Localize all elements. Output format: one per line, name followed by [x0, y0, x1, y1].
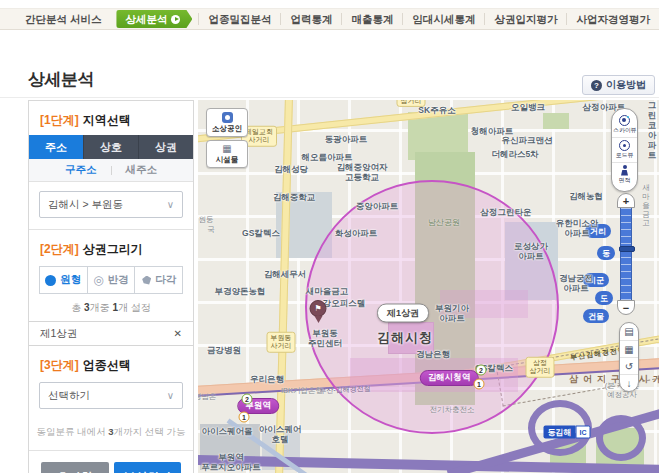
map-label: 국 [207, 226, 215, 235]
chevron-down-icon: ∨ [167, 199, 174, 210]
tool-radius-label: 반경 [108, 273, 129, 287]
area-item-label: 제1상권 [40, 327, 77, 341]
analysis-panel: [1단계]지역선택 주소 상호 상권 구주소 새주소 김해시 > 부원동 ∨ [… [28, 100, 194, 473]
chevron-down-icon: ∨ [167, 390, 174, 401]
roadview-icon [619, 140, 630, 151]
area-marker-pin[interactable]: ⚑ [310, 300, 327, 317]
map-label: 삼거리 [397, 100, 426, 107]
tool-circle[interactable]: 원형 [39, 266, 88, 294]
map-layer-chip[interactable]: 도 [595, 291, 613, 305]
measure-label: 면적 [619, 176, 631, 184]
tab-address[interactable]: 주소 [29, 135, 84, 159]
small-business-label: 소상공인 [212, 124, 242, 134]
region-select[interactable]: 김해시 > 부원동 ∨ [39, 191, 183, 218]
measure-button[interactable]: 면적 [612, 162, 637, 187]
analyze-button[interactable]: 분석하기 [114, 462, 182, 473]
page-title: 상세분석 [28, 68, 94, 91]
map-label: 김해중앙여자 고등학교 [337, 162, 388, 182]
tool-polygon[interactable]: 다각 [134, 266, 183, 294]
small-business-layer-button[interactable]: 소상공인 [206, 108, 248, 137]
map-label: 더헤라스5차 [491, 149, 538, 159]
circle-icon [45, 275, 56, 286]
flag-icon: ⚑ [314, 304, 321, 313]
subtab-new-address[interactable]: 새주소 [112, 163, 172, 177]
map-label: 원동 [199, 216, 214, 225]
skyview-icon [619, 115, 630, 126]
nav-item[interactable]: 업종밀집분석 [198, 13, 280, 25]
industry-select[interactable]: 선택하기 ∨ [39, 382, 183, 409]
tool-polygon-label: 다각 [155, 273, 176, 287]
skyview-button[interactable]: 스카이뷰 [612, 113, 637, 137]
step2-title: 상권그리기 [83, 242, 143, 256]
area-list-item: 제1상권 ✕ [29, 321, 193, 346]
active-arrow-icon [171, 15, 180, 24]
map-label: 부경양돈농협 [215, 286, 266, 296]
trade-area-circle [305, 180, 559, 434]
nav-item[interactable]: 사업자경영평가 [566, 13, 659, 25]
interchange-label: 동김해IC [544, 426, 591, 439]
map-label: 동광아파트 [325, 134, 368, 144]
map-layer-chip[interactable]: 거리 [585, 224, 611, 238]
tab-store-name[interactable]: 상호 [84, 135, 139, 159]
map-label: 해오름아파트 [302, 152, 353, 162]
nav-item[interactable]: 매출통계 [341, 13, 402, 25]
line-number-badge: 2 [242, 394, 253, 405]
remove-area-icon[interactable]: ✕ [174, 328, 182, 339]
nav-item[interactable]: 상세분석 [116, 10, 192, 28]
facility-layer-button[interactable]: ▦ 시설물 [206, 140, 248, 168]
search-type-tabs: 주소 상호 상권 [29, 135, 193, 159]
map-layer-chip[interactable]: 건물 [583, 309, 609, 323]
map-label: GS칼텍스 [242, 228, 280, 238]
subtab-old-address[interactable]: 구주소 [51, 163, 111, 177]
draw-tools: 원형 ◎ 반경 다각 [39, 266, 183, 294]
zoom-slider-handle[interactable] [619, 246, 635, 252]
map-label: 유신파크맨션 [502, 135, 553, 145]
undo-icon[interactable]: ↺ [620, 357, 638, 374]
polygon-icon [141, 276, 151, 285]
zoom-out-button[interactable]: − [617, 300, 635, 315]
area-measure-icon[interactable]: ▦ [620, 340, 638, 357]
map-label: 새마을금고 [640, 184, 653, 228]
map-left-controls: 소상공인 ▦ 시설물 [206, 108, 248, 168]
app-root: 간단분석 서비스상세분석업종밀집분석업력통계매출통계임대시세통계상권입지평가사업… [0, 0, 659, 473]
roadview-button[interactable]: 로드뷰 [612, 137, 637, 162]
facility-label: 시설물 [216, 155, 239, 165]
map-highway [198, 455, 659, 473]
question-icon: ? [591, 80, 602, 91]
step1-header: [1단계]지역선택 [29, 101, 193, 135]
map-view-controls: 스카이뷰 로드뷰 면적 [611, 108, 638, 192]
map-layer-chip[interactable]: 동 [597, 246, 615, 260]
zoom-in-button[interactable]: + [617, 193, 635, 208]
map-canvas[interactable]: 동광아파트해오름아파트김해성당김해중앙여자 고등학교김해중학교SK주유소오일뱅크… [198, 100, 659, 473]
help-button[interactable]: ? 이용방법 [582, 75, 655, 95]
step1-title: 지역선택 [83, 113, 131, 127]
tab-trade-area[interactable]: 상권 [139, 135, 193, 159]
menu-icon[interactable]: ▤ [620, 323, 638, 340]
station-label[interactable]: 김해시청역 [420, 370, 479, 386]
nav-item[interactable]: 업력통계 [280, 13, 341, 25]
small-business-icon [222, 112, 233, 123]
nav-item[interactable]: 간단분석 서비스 [16, 13, 110, 25]
map-label: 그린코아파트 [648, 100, 657, 160]
step2-section: [2단계]상권그리기 원형 ◎ 반경 다각 총 3개중 1개 설정 [29, 229, 193, 346]
download-icon[interactable]: ↓ [620, 374, 638, 391]
tool-circle-label: 원형 [60, 273, 81, 287]
reset-button[interactable]: 초기화 [41, 462, 109, 473]
step1-badge: [1단계] [40, 113, 79, 127]
nav-item[interactable]: 상권입지평가 [484, 13, 566, 25]
map-layer-chip[interactable]: 시군 [583, 273, 609, 287]
zoom-slider[interactable] [620, 208, 632, 300]
top-nav: 간단분석 서비스상세분석업종밀집분석업력통계매출통계임대시세통계상권입지평가사업… [0, 8, 659, 30]
region-select-row: 김해시 > 부원동 ∨ [29, 182, 193, 229]
map-label: 금강병원 [207, 345, 241, 355]
line-number-badge: 2 [476, 365, 487, 376]
tool-radius[interactable]: ◎ 반경 [87, 266, 136, 294]
skyview-label: 스카이뷰 [613, 126, 636, 134]
map-highway-loop [596, 415, 646, 461]
step2-header: [2단계]상권그리기 [29, 230, 193, 264]
trade-area-label[interactable]: 제1상권 [377, 304, 429, 323]
header-divider [0, 97, 659, 98]
top-nav-items: 간단분석 서비스상세분석업종밀집분석업력통계매출통계임대시세통계상권입지평가사업… [16, 10, 659, 28]
nav-item[interactable]: 임대시세통계 [402, 13, 484, 25]
interchange-name: 동김해 [544, 426, 576, 439]
